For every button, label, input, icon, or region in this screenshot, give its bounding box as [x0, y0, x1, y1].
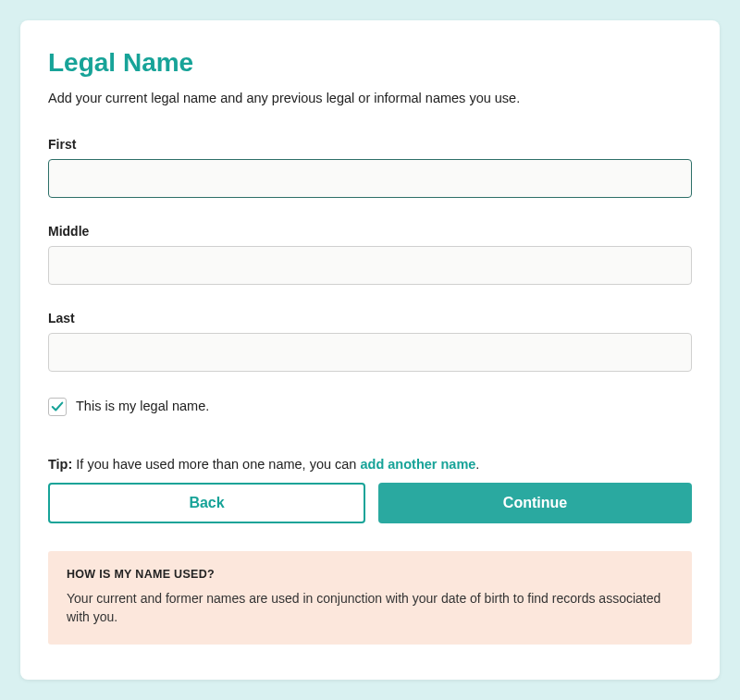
check-icon [51, 400, 64, 413]
info-title: HOW IS MY NAME USED? [67, 568, 673, 581]
last-name-input[interactable] [48, 333, 692, 372]
tip-text: If you have used more than one name, you… [72, 457, 360, 472]
tip-prefix: Tip: [48, 457, 72, 472]
middle-name-input[interactable] [48, 246, 692, 285]
page-subtitle: Add your current legal name and any prev… [48, 91, 692, 105]
back-button[interactable]: Back [48, 483, 365, 523]
first-name-input[interactable] [48, 159, 692, 198]
tip-suffix: . [475, 457, 479, 472]
first-name-label: First [48, 137, 692, 152]
button-row: Back Continue [48, 483, 692, 523]
add-another-name-link[interactable]: add another name [360, 457, 475, 472]
first-name-group: First [48, 137, 692, 198]
legal-name-checkbox-row: This is my legal name. [48, 398, 692, 416]
form-card: Legal Name Add your current legal name a… [20, 20, 720, 680]
legal-name-checkbox-label: This is my legal name. [76, 399, 209, 413]
info-box: HOW IS MY NAME USED? Your current and fo… [48, 551, 692, 645]
middle-name-label: Middle [48, 224, 692, 239]
info-body: Your current and former names are used i… [67, 590, 673, 626]
legal-name-checkbox[interactable] [48, 398, 67, 416]
middle-name-group: Middle [48, 224, 692, 285]
tip-line: Tip: If you have used more than one name… [48, 457, 692, 472]
last-name-group: Last [48, 311, 692, 372]
last-name-label: Last [48, 311, 692, 325]
page-title: Legal Name [48, 48, 692, 78]
continue-button[interactable]: Continue [378, 483, 692, 523]
